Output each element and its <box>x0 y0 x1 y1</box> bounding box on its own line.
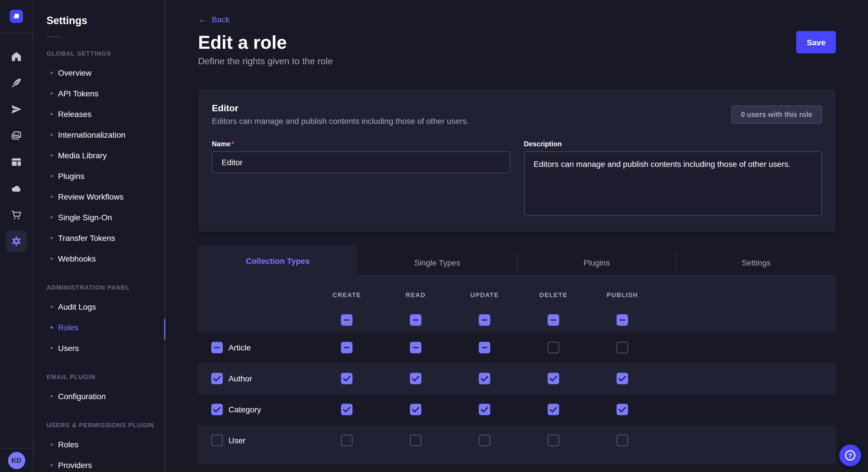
back-arrow-icon: ← <box>198 15 207 24</box>
role-details-card: Editor Editors can manage and publish co… <box>198 89 836 232</box>
rail-item-pictures[interactable] <box>6 125 27 146</box>
tab-settings[interactable]: Settings <box>677 249 836 276</box>
column-header-create: CREATE <box>332 291 361 299</box>
rail-item-feather[interactable] <box>6 72 27 94</box>
users-with-role-button[interactable]: 0 users with this role <box>731 105 822 124</box>
sidebar-item-plugins[interactable]: Plugins <box>46 166 158 187</box>
rail-item-gear[interactable] <box>6 231 27 252</box>
master-read-checkbox-indeterminate[interactable] <box>410 314 422 326</box>
user-delete-checkbox-unchecked[interactable] <box>548 435 559 446</box>
permissions-section: Collection TypesSingle TypesPluginsSetti… <box>198 245 836 464</box>
icon-rail: KD <box>0 0 33 472</box>
permission-row-author: Author <box>198 363 836 394</box>
role-card-header: Editor Editors can manage and publish co… <box>212 103 822 127</box>
article-create-checkbox-indeterminate[interactable] <box>341 342 352 353</box>
master-delete-checkbox-indeterminate[interactable] <box>548 314 559 326</box>
sidebar-item-label: Releases <box>58 109 92 119</box>
rail-item-cloud[interactable] <box>6 178 27 199</box>
author-update-checkbox-checked[interactable] <box>479 373 490 384</box>
author-read-checkbox-checked[interactable] <box>410 373 422 384</box>
article-update-checkbox-indeterminate[interactable] <box>479 342 490 353</box>
required-asterisk: * <box>231 140 234 148</box>
gear-icon <box>10 235 22 247</box>
sidebar-section-header: EMAIL PLUGIN <box>46 373 158 381</box>
category-row-checkbox-checked[interactable] <box>211 404 223 415</box>
category-publish-checkbox-checked[interactable] <box>617 404 628 415</box>
workplace-switcher[interactable] <box>0 0 33 33</box>
article-publish-checkbox-unchecked[interactable] <box>617 342 628 353</box>
bullet-icon <box>51 464 53 466</box>
category-create-checkbox-checked[interactable] <box>341 404 352 415</box>
bullet-icon <box>51 237 53 239</box>
avatar[interactable]: KD <box>8 452 25 469</box>
article-read-checkbox-indeterminate[interactable] <box>410 342 422 353</box>
sidebar-item-audit-logs[interactable]: Audit Logs <box>46 297 158 317</box>
rail-item-home[interactable] <box>6 46 27 67</box>
sidebar-item-roles[interactable]: Roles <box>46 434 158 455</box>
tab-single-types[interactable]: Single Types <box>358 249 517 276</box>
back-link[interactable]: ← Back <box>198 15 229 24</box>
tab-collection-types[interactable]: Collection Types <box>198 245 358 276</box>
rail-item-layout[interactable] <box>6 151 27 173</box>
sidebar-item-webhooks[interactable]: Webhooks <box>46 248 158 269</box>
rail-item-paper-plane[interactable] <box>6 99 27 120</box>
master-update-checkbox-indeterminate[interactable] <box>479 314 490 326</box>
description-field-label: Description <box>524 139 822 148</box>
bullet-icon <box>51 347 53 349</box>
author-delete-checkbox-checked[interactable] <box>548 373 559 384</box>
sidebar-item-label: Internationalization <box>58 130 125 139</box>
user-read-checkbox-unchecked[interactable] <box>410 435 422 446</box>
sidebar-section-header: USERS & PERMISSIONS PLUGIN <box>46 422 158 430</box>
sidebar-item-label: Overview <box>58 68 92 77</box>
sidebar-section: ADMINISTRATION PANELAudit LogsRolesUsers <box>46 284 158 359</box>
master-publish-checkbox-indeterminate[interactable] <box>617 314 628 326</box>
sidebar-item-label: Users <box>58 343 79 353</box>
sidebar-item-providers[interactable]: Providers <box>46 455 158 472</box>
sidebar-item-releases[interactable]: Releases <box>46 104 158 125</box>
sidebar-item-overview[interactable]: Overview <box>46 63 158 83</box>
category-update-checkbox-checked[interactable] <box>479 404 490 415</box>
author-create-checkbox-checked[interactable] <box>341 373 352 384</box>
sidebar-item-api-tokens[interactable]: API Tokens <box>46 83 158 104</box>
page-title: Edit a role <box>198 31 836 54</box>
permissions-panel: CREATEREADUPDATEDELETEPUBLISH ArticleAut… <box>198 276 836 464</box>
save-button[interactable]: Save <box>797 31 836 53</box>
tab-plugins[interactable]: Plugins <box>517 249 677 276</box>
sidebar-item-label: Roles <box>58 323 79 332</box>
user-row-checkbox-unchecked[interactable] <box>211 435 223 446</box>
bullet-icon <box>51 443 53 446</box>
sidebar-item-transfer-tokens[interactable]: Transfer Tokens <box>46 228 158 248</box>
author-publish-checkbox-checked[interactable] <box>617 373 628 384</box>
sidebar-item-media-library[interactable]: Media Library <box>46 145 158 166</box>
bullet-icon <box>51 306 53 308</box>
sidebar-divider <box>46 36 60 37</box>
category-read-checkbox-checked[interactable] <box>410 404 422 415</box>
user-publish-checkbox-unchecked[interactable] <box>617 435 628 446</box>
sidebar-item-users[interactable]: Users <box>46 338 158 359</box>
user-create-checkbox-unchecked[interactable] <box>341 435 352 446</box>
permission-row-article: Article <box>198 332 836 363</box>
sidebar-section-header: GLOBAL SETTINGS <box>46 50 158 58</box>
master-create-checkbox-indeterminate[interactable] <box>341 314 352 326</box>
name-field-group: Name* <box>212 139 510 218</box>
sidebar-item-single-sign-on[interactable]: Single Sign-On <box>46 207 158 228</box>
pictures-icon <box>10 130 22 142</box>
article-delete-checkbox-unchecked[interactable] <box>548 342 559 353</box>
article-row-checkbox-indeterminate[interactable] <box>211 342 223 353</box>
help-button[interactable]: ? <box>839 444 861 466</box>
column-header-update: UPDATE <box>470 291 499 299</box>
rail-item-cart[interactable] <box>6 204 27 225</box>
user-update-checkbox-unchecked[interactable] <box>479 435 490 446</box>
description-textarea[interactable]: Editors can manage and publish contents … <box>524 151 822 216</box>
strapi-admin-app: KD Settings GLOBAL SETTINGSOverviewAPI T… <box>0 0 868 472</box>
sidebar-item-configuration[interactable]: Configuration <box>46 386 158 407</box>
sidebar-item-internationalization[interactable]: Internationalization <box>46 125 158 145</box>
name-input[interactable] <box>212 151 510 173</box>
sidebar-item-roles[interactable]: Roles <box>46 317 158 338</box>
category-delete-checkbox-checked[interactable] <box>548 404 559 415</box>
author-row-checkbox-checked[interactable] <box>211 373 223 384</box>
permissions-tabs: Collection TypesSingle TypesPluginsSetti… <box>198 245 836 276</box>
sidebar-item-review-workflows[interactable]: Review Workflows <box>46 187 158 207</box>
sidebar-item-label: Roles <box>58 440 79 449</box>
sidebar-item-label: Configuration <box>58 392 106 401</box>
